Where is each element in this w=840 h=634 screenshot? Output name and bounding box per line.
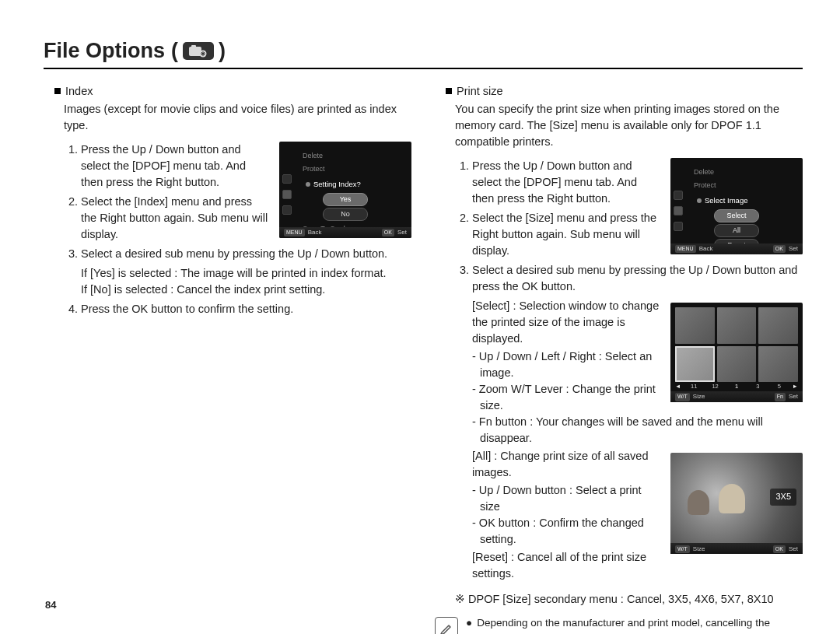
note-row: ● Depending on the manufacturer and prin… xyxy=(435,615,803,634)
shot-opt: Select xyxy=(714,209,759,222)
shot-foot: W/TSize FnSet xyxy=(670,391,803,402)
shot-line: Delete xyxy=(303,151,407,161)
right-subhead: Print size xyxy=(446,83,803,100)
note-text: ● Depending on the manufacturer and prin… xyxy=(466,615,803,634)
shot-option-no: No xyxy=(323,208,368,221)
left-intro: Images (except for movie clips and voice… xyxy=(64,101,411,134)
paren-open: ( xyxy=(171,39,178,63)
scene-screenshot: 3X5 W/TSize OKSet xyxy=(670,453,803,554)
opt-yes: If [Yes] is selected : The image will be… xyxy=(81,265,410,282)
step: Select a desired sub menu by pressing th… xyxy=(81,246,411,298)
title-row: File Options ( ) xyxy=(44,39,803,69)
left-heading: Index xyxy=(65,85,93,97)
shot-foot: MENUBack OKSet xyxy=(670,243,803,254)
thumbnails-screenshot: ◄ 11 12 1 3 5 ► W/TSize FnSet xyxy=(670,303,803,402)
shot-opt: All xyxy=(714,224,759,237)
secondary-menu: ※ DPOF [Size] secondary menu : Cancel, 3… xyxy=(455,591,803,608)
size-badge: 3X5 xyxy=(770,489,796,506)
shot-dialog-title: Setting Index? xyxy=(306,179,407,190)
svg-rect-0 xyxy=(189,47,201,56)
dash: - Fn button : Your changes will be saved… xyxy=(472,414,803,447)
right-intro: You can specify the print size when prin… xyxy=(455,101,803,150)
step: Select a desired sub menu by pressing th… xyxy=(472,262,803,295)
right-column: Print size You can specify the print siz… xyxy=(435,83,803,634)
note-icon xyxy=(435,617,458,634)
page-title: File Options xyxy=(44,39,165,63)
shot-option-yes: Yes xyxy=(323,193,368,206)
svg-rect-1 xyxy=(191,45,196,47)
opt-reset: [Reset] : Cancel all of the print size s… xyxy=(472,549,803,582)
page-number: 84 xyxy=(45,599,56,611)
shot-dialog-title: Select Image xyxy=(697,195,798,206)
shot-foot: W/TSize OKSet xyxy=(670,543,803,554)
paren-close: ) xyxy=(219,39,226,63)
opt-no: If [No] is selected : Cancel the index p… xyxy=(81,282,410,298)
shot-line: Protect xyxy=(303,164,407,174)
shot-foot: MENUBack OKSet xyxy=(279,227,411,238)
index-screenshot: Delete Protect Setting Index? Yes No Cop… xyxy=(279,142,411,238)
right-heading: Print size xyxy=(457,85,503,97)
file-options-icon xyxy=(183,42,214,60)
size-menu-screenshot: Delete Protect Select Image Select All R… xyxy=(670,158,803,254)
left-column: Index Images (except for movie clips and… xyxy=(44,83,411,634)
left-subhead: Index xyxy=(54,83,411,100)
shot-line: Delete xyxy=(694,167,798,177)
step: Press the OK button to confirm the setti… xyxy=(81,301,411,317)
shot-line: Protect xyxy=(694,180,798,191)
